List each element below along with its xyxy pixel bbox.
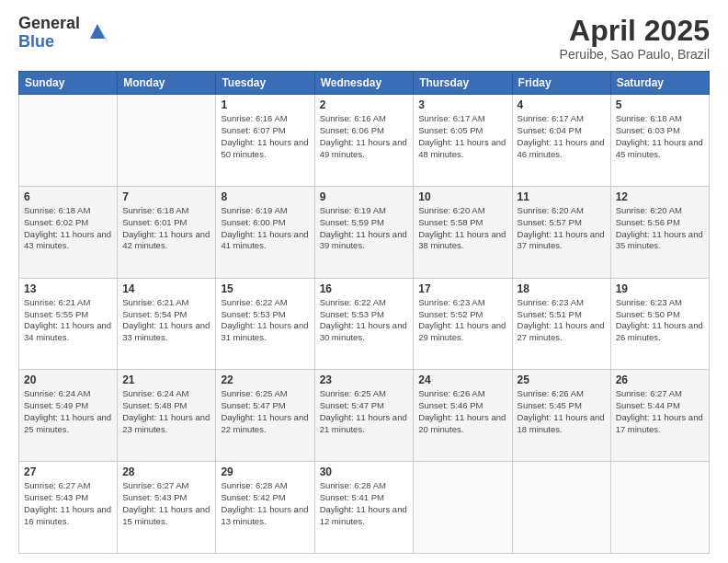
table-row: 12Sunrise: 6:20 AM Sunset: 5:56 PM Dayli…	[610, 186, 709, 278]
day-number: 18	[518, 282, 606, 295]
day-info: Sunrise: 6:21 AM Sunset: 5:54 PM Dayligh…	[122, 297, 210, 344]
table-row: 17Sunrise: 6:23 AM Sunset: 5:52 PM Dayli…	[414, 278, 512, 370]
table-row: 10Sunrise: 6:20 AM Sunset: 5:58 PM Dayli…	[414, 186, 512, 278]
table-row: 7Sunrise: 6:18 AM Sunset: 6:01 PM Daylig…	[118, 186, 216, 278]
table-row: 11Sunrise: 6:20 AM Sunset: 5:57 PM Dayli…	[512, 186, 610, 278]
day-number: 11	[518, 190, 606, 203]
table-row: 24Sunrise: 6:26 AM Sunset: 5:46 PM Dayli…	[414, 370, 512, 462]
day-info: Sunrise: 6:26 AM Sunset: 5:45 PM Dayligh…	[518, 388, 606, 435]
day-info: Sunrise: 6:23 AM Sunset: 5:50 PM Dayligh…	[616, 297, 704, 344]
day-number: 26	[616, 373, 704, 386]
day-number: 7	[122, 190, 210, 203]
table-row: 18Sunrise: 6:23 AM Sunset: 5:51 PM Dayli…	[512, 278, 610, 370]
logo-general: General	[18, 15, 80, 33]
logo: General Blue	[18, 15, 112, 52]
table-row	[118, 95, 216, 187]
day-number: 17	[418, 282, 506, 295]
day-number: 16	[320, 282, 409, 295]
day-number: 27	[24, 465, 112, 478]
day-number: 23	[320, 373, 409, 386]
day-info: Sunrise: 6:18 AM Sunset: 6:02 PM Dayligh…	[24, 205, 112, 252]
table-row: 20Sunrise: 6:24 AM Sunset: 5:49 PM Dayli…	[19, 370, 118, 462]
table-row	[414, 462, 512, 554]
table-row: 29Sunrise: 6:28 AM Sunset: 5:42 PM Dayli…	[216, 462, 314, 554]
day-info: Sunrise: 6:23 AM Sunset: 5:51 PM Dayligh…	[518, 297, 606, 344]
table-row: 8Sunrise: 6:19 AM Sunset: 6:00 PM Daylig…	[216, 186, 314, 278]
calendar-week-row: 1Sunrise: 6:16 AM Sunset: 6:07 PM Daylig…	[19, 95, 710, 187]
day-number: 1	[221, 98, 309, 111]
day-info: Sunrise: 6:20 AM Sunset: 5:57 PM Dayligh…	[518, 205, 606, 252]
day-info: Sunrise: 6:27 AM Sunset: 5:44 PM Dayligh…	[616, 388, 704, 435]
day-number: 6	[24, 190, 112, 203]
calendar-week-row: 6Sunrise: 6:18 AM Sunset: 6:02 PM Daylig…	[19, 186, 710, 278]
day-info: Sunrise: 6:27 AM Sunset: 5:43 PM Dayligh…	[24, 480, 112, 527]
table-row: 25Sunrise: 6:26 AM Sunset: 5:45 PM Dayli…	[512, 370, 610, 462]
day-number: 30	[320, 465, 409, 478]
table-row: 15Sunrise: 6:22 AM Sunset: 5:53 PM Dayli…	[216, 278, 314, 370]
day-info: Sunrise: 6:19 AM Sunset: 5:59 PM Dayligh…	[320, 205, 409, 252]
table-row: 4Sunrise: 6:17 AM Sunset: 6:04 PM Daylig…	[512, 95, 610, 187]
table-row: 26Sunrise: 6:27 AM Sunset: 5:44 PM Dayli…	[610, 370, 709, 462]
col-monday: Monday	[118, 72, 216, 95]
table-row: 13Sunrise: 6:21 AM Sunset: 5:55 PM Dayli…	[19, 278, 118, 370]
day-info: Sunrise: 6:18 AM Sunset: 6:01 PM Dayligh…	[122, 205, 210, 252]
day-number: 13	[24, 282, 112, 295]
day-info: Sunrise: 6:21 AM Sunset: 5:55 PM Dayligh…	[24, 297, 112, 344]
day-info: Sunrise: 6:16 AM Sunset: 6:06 PM Dayligh…	[320, 113, 409, 160]
table-row: 30Sunrise: 6:28 AM Sunset: 5:41 PM Dayli…	[314, 462, 414, 554]
day-info: Sunrise: 6:23 AM Sunset: 5:52 PM Dayligh…	[418, 297, 506, 344]
day-info: Sunrise: 6:16 AM Sunset: 6:07 PM Dayligh…	[221, 113, 309, 160]
day-number: 29	[221, 465, 309, 478]
day-number: 3	[418, 98, 506, 111]
day-info: Sunrise: 6:26 AM Sunset: 5:46 PM Dayligh…	[418, 388, 506, 435]
logo-icon	[83, 17, 112, 46]
svg-marker-0	[90, 24, 105, 39]
col-thursday: Thursday	[414, 72, 512, 95]
col-tuesday: Tuesday	[216, 72, 314, 95]
col-sunday: Sunday	[19, 72, 118, 95]
table-row: 6Sunrise: 6:18 AM Sunset: 6:02 PM Daylig…	[19, 186, 118, 278]
day-number: 8	[221, 190, 309, 203]
table-row: 1Sunrise: 6:16 AM Sunset: 6:07 PM Daylig…	[216, 95, 314, 187]
day-number: 21	[122, 373, 210, 386]
col-friday: Friday	[512, 72, 610, 95]
day-info: Sunrise: 6:24 AM Sunset: 5:48 PM Dayligh…	[122, 388, 210, 435]
day-info: Sunrise: 6:20 AM Sunset: 5:56 PM Dayligh…	[616, 205, 704, 252]
day-info: Sunrise: 6:27 AM Sunset: 5:43 PM Dayligh…	[122, 480, 210, 527]
day-number: 20	[24, 373, 112, 386]
day-info: Sunrise: 6:25 AM Sunset: 5:47 PM Dayligh…	[320, 388, 409, 435]
calendar-header-row: Sunday Monday Tuesday Wednesday Thursday…	[19, 72, 710, 95]
table-row	[19, 95, 118, 187]
calendar-table: Sunday Monday Tuesday Wednesday Thursday…	[18, 71, 710, 554]
table-row: 5Sunrise: 6:18 AM Sunset: 6:03 PM Daylig…	[610, 95, 709, 187]
table-row: 22Sunrise: 6:25 AM Sunset: 5:47 PM Dayli…	[216, 370, 314, 462]
day-info: Sunrise: 6:22 AM Sunset: 5:53 PM Dayligh…	[221, 297, 309, 344]
table-row: 2Sunrise: 6:16 AM Sunset: 6:06 PM Daylig…	[314, 95, 414, 187]
day-info: Sunrise: 6:28 AM Sunset: 5:42 PM Dayligh…	[221, 480, 309, 527]
table-row: 28Sunrise: 6:27 AM Sunset: 5:43 PM Dayli…	[118, 462, 216, 554]
day-info: Sunrise: 6:18 AM Sunset: 6:03 PM Dayligh…	[616, 113, 704, 160]
table-row: 23Sunrise: 6:25 AM Sunset: 5:47 PM Dayli…	[314, 370, 414, 462]
day-number: 10	[418, 190, 506, 203]
day-info: Sunrise: 6:28 AM Sunset: 5:41 PM Dayligh…	[320, 480, 409, 527]
day-info: Sunrise: 6:24 AM Sunset: 5:49 PM Dayligh…	[24, 388, 112, 435]
day-number: 24	[418, 373, 506, 386]
day-info: Sunrise: 6:17 AM Sunset: 6:05 PM Dayligh…	[418, 113, 506, 160]
table-row: 27Sunrise: 6:27 AM Sunset: 5:43 PM Dayli…	[19, 462, 118, 554]
table-row: 14Sunrise: 6:21 AM Sunset: 5:54 PM Dayli…	[118, 278, 216, 370]
col-saturday: Saturday	[610, 72, 709, 95]
table-row: 9Sunrise: 6:19 AM Sunset: 5:59 PM Daylig…	[314, 186, 414, 278]
day-number: 5	[616, 98, 704, 111]
page: General Blue April 2025 Peruibe, Sao Pau…	[0, 0, 728, 563]
day-number: 12	[616, 190, 704, 203]
table-row: 21Sunrise: 6:24 AM Sunset: 5:48 PM Dayli…	[118, 370, 216, 462]
header: General Blue April 2025 Peruibe, Sao Pau…	[18, 15, 710, 62]
day-number: 14	[122, 282, 210, 295]
logo-text: General Blue	[18, 15, 80, 52]
table-row: 3Sunrise: 6:17 AM Sunset: 6:05 PM Daylig…	[414, 95, 512, 187]
day-info: Sunrise: 6:17 AM Sunset: 6:04 PM Dayligh…	[518, 113, 606, 160]
day-number: 22	[221, 373, 309, 386]
title-block: April 2025 Peruibe, Sao Paulo, Brazil	[560, 15, 710, 62]
day-info: Sunrise: 6:25 AM Sunset: 5:47 PM Dayligh…	[221, 388, 309, 435]
day-info: Sunrise: 6:20 AM Sunset: 5:58 PM Dayligh…	[418, 205, 506, 252]
